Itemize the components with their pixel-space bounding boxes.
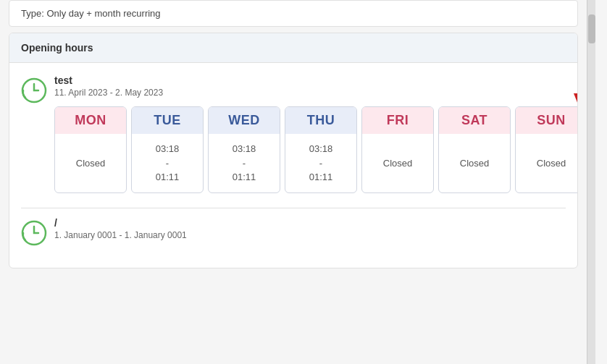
day-body-sun: Closed	[532, 134, 570, 192]
arrow-indicator	[569, 56, 578, 113]
schedule-info-1: test 11. April 2023 - 2. May 2023	[54, 75, 578, 193]
schedule-date-1: 11. April 2023 - 2. May 2023	[54, 88, 578, 98]
section-header: Opening hours	[9, 33, 577, 63]
day-header-sat: SAT	[439, 107, 510, 134]
day-card-wed: WED 03:18-01:11	[208, 106, 280, 193]
day-body-sat: Closed	[456, 134, 493, 192]
clock-icon-2	[21, 220, 47, 246]
opening-hours-section: Opening hours test 11. Apr	[9, 33, 578, 268]
scrollbar[interactable]	[587, 0, 595, 364]
svg-marker-2	[574, 93, 578, 108]
section-body: test 11. April 2023 - 2. May 2023	[9, 63, 577, 268]
schedule-info-2: / 1. January 0001 - 1. January 0001	[54, 217, 566, 249]
day-card-sun: SUN Closed	[515, 106, 578, 193]
day-body-fri: Closed	[379, 134, 416, 192]
section-header-text: Opening hours	[21, 42, 93, 54]
day-card-fri: FRI Closed	[361, 106, 434, 193]
day-header-mon: MON	[55, 107, 126, 134]
day-body-wed: 03:18-01:11	[228, 134, 261, 192]
divider	[21, 208, 566, 208]
day-card-mon: MON Closed	[54, 106, 127, 193]
schedule-entry-1: test 11. April 2023 - 2. May 2023	[21, 75, 566, 193]
type-bar: Type: Only day + month recurring	[9, 0, 578, 27]
day-body-thu: 03:18-01:11	[305, 134, 338, 192]
day-card-sat: SAT Closed	[438, 106, 511, 193]
schedule-name-1: test	[54, 75, 578, 86]
day-body-tue: 03:18-01:11	[151, 134, 184, 192]
day-header-wed: WED	[209, 107, 280, 134]
days-grid: MON Closed TUE 03:18-01:11	[54, 106, 578, 193]
type-bar-text: Type: Only day + month recurring	[21, 8, 161, 19]
clock-icon	[21, 77, 47, 103]
schedule-entry-2: / 1. January 0001 - 1. January 0001	[21, 217, 566, 249]
page-container: Type: Only day + month recurring Opening…	[0, 0, 607, 364]
day-header-thu: THU	[285, 107, 356, 134]
scrollbar-thumb[interactable]	[588, 14, 595, 43]
day-header-fri: FRI	[362, 107, 433, 134]
schedule-date-2: 1. January 0001 - 1. January 0001	[54, 230, 566, 240]
day-card-tue: TUE 03:18-01:11	[131, 106, 204, 193]
day-header-tue: TUE	[132, 107, 203, 134]
schedule-name-2: /	[54, 217, 566, 229]
days-grid-container: MON Closed TUE 03:18-01:11	[54, 106, 578, 193]
main-content: Type: Only day + month recurring Opening…	[0, 0, 587, 364]
day-body-mon: Closed	[72, 134, 109, 192]
day-card-thu: THU 03:18-01:11	[285, 106, 357, 193]
